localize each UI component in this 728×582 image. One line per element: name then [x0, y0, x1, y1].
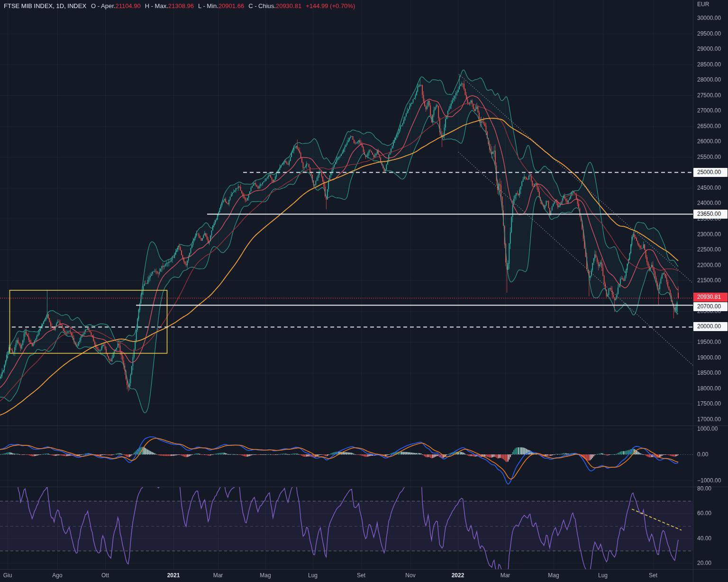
macd-tick-label: 0.00: [697, 451, 708, 458]
price-tick-label: 26000.00: [697, 138, 721, 145]
time-tick-label: Mag: [260, 572, 271, 579]
price-tick-label: 27500.00: [697, 92, 721, 99]
price-tick-label: 30000.00: [697, 15, 721, 21]
time-tick-label: Set: [649, 572, 657, 579]
low-value: 20901.66: [218, 2, 244, 9]
price-tick-label: 28500.00: [697, 61, 721, 68]
change-value: +144.99 (+0.70%): [306, 2, 355, 9]
low-label: L - Min.: [198, 2, 218, 9]
high-label: H - Max.: [145, 2, 168, 9]
price-tick-label: 18000.00: [697, 385, 721, 392]
price-tick-label: 18500.00: [697, 370, 721, 376]
time-tick-label: Ott: [101, 572, 109, 579]
time-tick-label: Mag: [548, 572, 559, 579]
time-tick-label: Ago: [52, 572, 62, 579]
price-tick-label: 25500.00: [697, 154, 721, 160]
close-group: C - Chius.20930.81: [248, 2, 301, 9]
price-tick-label: 29500.00: [697, 30, 721, 37]
symbol-title[interactable]: FTSE MIB INDEX, 1D, INDEX: [4, 2, 86, 9]
price-tick-label: 22500.00: [697, 246, 721, 253]
macd-tick-label: −1000.00: [697, 477, 721, 484]
price-label-chip[interactable]: 25000.00: [693, 168, 728, 177]
symbol-header: FTSE MIB INDEX, 1D, INDEXO - Aper.21104.…: [4, 2, 355, 9]
price-tick-label: 28000.00: [697, 76, 721, 83]
time-axis[interactable]: GiuAgoOtt2021MarMagLugSetNov2022MarMagLu…: [0, 569, 728, 582]
rsi-tick-label: 80.00: [697, 485, 711, 492]
price-tick-label: 23000.00: [697, 231, 721, 238]
open-group: O - Aper.21104.90: [91, 2, 141, 9]
close-label: C - Chius.: [248, 2, 276, 9]
high-value: 21308.96: [168, 2, 194, 9]
price-axis[interactable]: EUR 30000.0029500.0029000.0028500.002800…: [693, 0, 728, 569]
close-value: 20930.81: [276, 2, 301, 9]
price-tick-label: 27000.00: [697, 107, 721, 114]
price-tick-label: 19500.00: [697, 339, 721, 345]
low-group: L - Min.20901.66: [198, 2, 244, 9]
time-tick-label: 2022: [452, 572, 464, 579]
time-tick-label: Mar: [213, 572, 223, 579]
price-tick-label: 17000.00: [697, 416, 721, 423]
trading-chart-app: FTSE MIB INDEX, 1D, INDEXO - Aper.21104.…: [0, 0, 728, 582]
chart-canvas[interactable]: [0, 0, 728, 582]
rsi-tick-label: 40.00: [697, 535, 711, 542]
price-tick-label: 22000.00: [697, 262, 721, 268]
rsi-tick-label: 60.00: [697, 510, 711, 517]
macd-tick-label: 1000.00: [697, 425, 718, 432]
currency-label: EUR: [697, 1, 709, 8]
price-tick-label: 24500.00: [697, 185, 721, 191]
time-tick-label: Mar: [500, 572, 510, 579]
high-group: H - Max.21308.96: [145, 2, 194, 9]
price-tick-label: 17500.00: [697, 400, 721, 407]
price-tick-label: 26500.00: [697, 123, 721, 129]
time-tick-label: Lug: [308, 572, 318, 579]
price-tick-label: 29000.00: [697, 46, 721, 52]
price-tick-label: 24000.00: [697, 200, 721, 206]
price-label-chip[interactable]: 20000.00: [693, 322, 728, 331]
time-tick-label: Giu: [3, 572, 12, 579]
ohlc-values: O - Aper.21104.90H - Max.21308.96L - Min…: [91, 2, 355, 9]
time-tick-label: 2021: [167, 572, 180, 579]
time-tick-label: Nov: [405, 572, 415, 579]
open-value: 21104.90: [115, 2, 140, 9]
price-label-chip[interactable]: 20930.81: [693, 293, 728, 302]
price-tick-label: 21500.00: [697, 277, 721, 284]
time-tick-label: Lug: [598, 572, 608, 579]
price-label-chip[interactable]: 20700.00: [693, 302, 728, 311]
price-label-chip[interactable]: 23650.00: [693, 210, 728, 219]
price-tick-label: 19000.00: [697, 354, 721, 361]
open-label: O - Aper.: [91, 2, 115, 9]
rsi-tick-label: 20.00: [697, 560, 711, 566]
time-tick-label: Set: [357, 572, 365, 579]
